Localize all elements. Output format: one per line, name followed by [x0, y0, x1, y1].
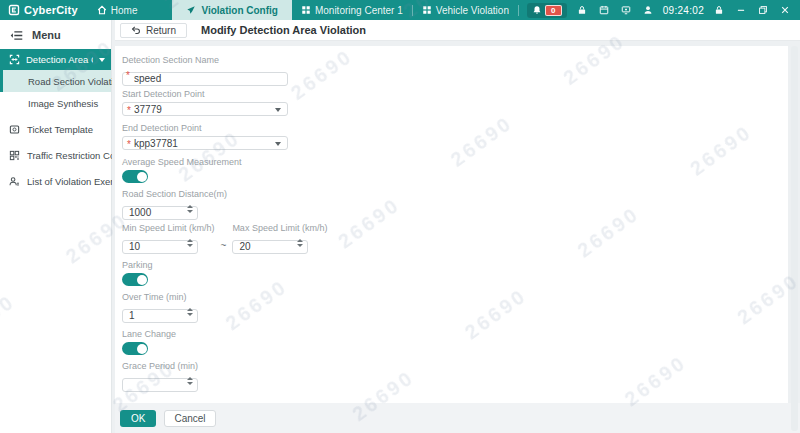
toggle-knob	[137, 172, 147, 182]
stepper-arrows-icon[interactable]	[187, 308, 193, 316]
required-asterisk: *	[126, 71, 130, 81]
required-asterisk: *	[127, 140, 131, 150]
sidebar-item-detection-area-config[interactable]: Detection Area Config	[0, 49, 111, 70]
restore-button[interactable]	[756, 3, 770, 17]
page-header: Return Modify Detection Area Violation	[115, 20, 800, 41]
grid-icon	[422, 5, 432, 15]
violation-config-icon	[186, 5, 196, 15]
min-speed-limit-label: Min Speed Limit (km/h)	[122, 223, 215, 234]
ok-button[interactable]: OK	[120, 410, 156, 427]
app-title: CyberCity	[24, 4, 78, 16]
chevron-down-icon	[99, 58, 105, 62]
toggle-knob	[137, 344, 147, 354]
parking-toggle[interactable]	[122, 273, 148, 286]
scrollbar[interactable]	[791, 46, 798, 431]
detection-section-name-label: Detection Section Name	[122, 55, 788, 66]
chevron-down-icon	[275, 142, 281, 146]
calendar-icon[interactable]	[597, 3, 611, 17]
lock-icon[interactable]	[712, 3, 726, 17]
minimize-button[interactable]	[734, 3, 748, 17]
lane-change-label: Lane Change	[122, 329, 788, 340]
toggle-knob	[137, 275, 147, 285]
sidebar-item-ticket-template[interactable]: Ticket Template	[0, 116, 111, 142]
ticket-icon	[9, 124, 20, 135]
average-speed-measurement-label: Average Speed Measurement	[122, 157, 788, 168]
close-button[interactable]	[778, 3, 792, 17]
page-title: Modify Detection Area Violation	[201, 24, 366, 36]
chevron-down-icon	[275, 108, 281, 112]
selected-value: kpp37781	[134, 138, 178, 149]
parking-label: Parking	[122, 260, 788, 271]
return-button[interactable]: Return	[120, 23, 187, 38]
home-icon	[97, 5, 107, 15]
sidebar-item-road-section-violation[interactable]: Road Section Violati...	[0, 70, 111, 92]
detection-section-name-input[interactable]	[122, 72, 288, 86]
cancel-button[interactable]: Cancel	[164, 410, 215, 427]
tab-monitoring-center[interactable]: Monitoring Center 1	[292, 0, 412, 20]
road-section-distance-label: Road Section Distance(m)	[122, 189, 788, 200]
monitor-icon[interactable]	[619, 3, 633, 17]
back-arrow-icon	[131, 25, 141, 35]
end-detection-point-select[interactable]: * kpp37781	[122, 136, 288, 150]
end-detection-point-label: End Detection Point	[122, 123, 788, 134]
max-speed-limit-label: Max Speed Limit (km/h)	[232, 223, 327, 234]
stepper-arrows-icon[interactable]	[187, 377, 193, 385]
sidebar-item-traffic-restriction-config[interactable]: Traffic Restriction Config	[0, 142, 111, 168]
sidebar: Menu Detection Area Config Road Section …	[0, 20, 112, 433]
main-content: Return Modify Detection Area Violation D…	[112, 20, 800, 433]
grace-period-label: Grace Period (min)	[122, 361, 788, 372]
cybercity-logo-icon	[8, 4, 20, 16]
sidebar-item-image-synthesis[interactable]: Image Synthesis	[0, 92, 111, 114]
form-panel: Detection Section Name * Start Detection…	[115, 46, 788, 403]
start-detection-point-label: Start Detection Point	[122, 89, 788, 100]
clock: 09:24:02	[663, 5, 704, 16]
average-speed-measurement-toggle[interactable]	[122, 170, 148, 183]
qr-grid-icon	[9, 150, 20, 161]
stepper-arrows-icon[interactable]	[187, 205, 193, 213]
tab-vehicle-violation[interactable]: Vehicle Violation	[413, 0, 518, 20]
tab-separator	[518, 5, 519, 16]
sidebar-item-violation-exemption-list[interactable]: List of Violation Exemp...	[0, 168, 111, 194]
selected-value: 37779	[134, 104, 162, 115]
alarm-count-badge: 0	[545, 5, 562, 16]
stepper-arrows-icon[interactable]	[187, 239, 193, 247]
app-logo: CyberCity	[0, 0, 88, 20]
person-list-icon	[9, 176, 20, 187]
user-icon[interactable]	[641, 3, 655, 17]
over-time-label: Over Time (min)	[122, 292, 788, 303]
alarm-center[interactable]: 0	[527, 3, 567, 18]
form-footer: OK Cancel	[115, 403, 800, 433]
start-detection-point-select[interactable]: * 37779	[122, 102, 288, 116]
grid-icon	[301, 5, 311, 15]
collapse-menu-icon	[10, 30, 23, 41]
range-separator: ~	[221, 240, 227, 251]
tab-violation-config[interactable]: Violation Config	[172, 0, 291, 20]
required-asterisk: *	[127, 106, 131, 116]
bell-icon	[532, 5, 542, 15]
lock-screen-icon[interactable]	[575, 3, 589, 17]
lane-change-toggle[interactable]	[122, 342, 148, 355]
nav-home[interactable]: Home	[88, 0, 147, 20]
top-bar: CyberCity Home Violation Config Monitori…	[0, 0, 800, 20]
sidebar-menu-header[interactable]: Menu	[0, 20, 111, 49]
detection-area-icon	[9, 54, 20, 65]
stepper-arrows-icon[interactable]	[297, 239, 303, 247]
